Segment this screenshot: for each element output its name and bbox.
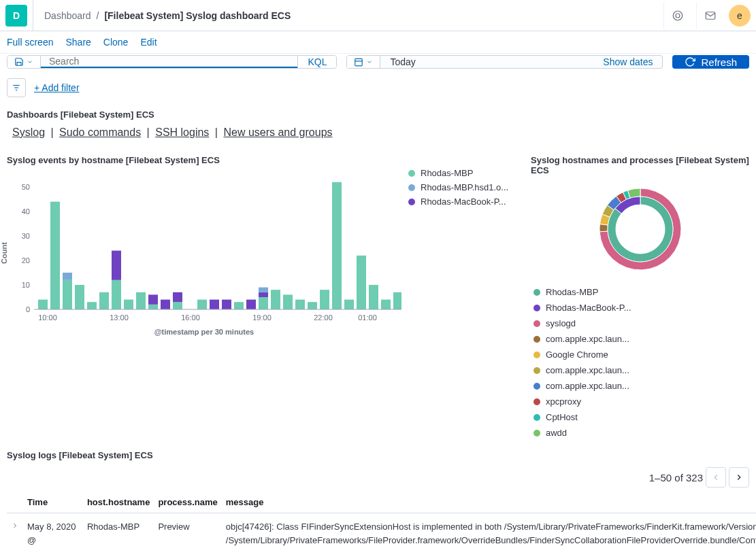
pager-prev-button[interactable] <box>706 467 726 488</box>
svg-rect-14 <box>38 300 48 309</box>
histogram-chart[interactable]: 0102030405010:0013:0016:0019:0022:0001:0… <box>7 168 401 324</box>
avatar[interactable]: e <box>729 5 751 27</box>
add-filter-button[interactable]: + Add filter <box>34 82 80 93</box>
svg-point-0 <box>673 11 683 20</box>
date-picker-button[interactable] <box>347 56 380 68</box>
svg-rect-18 <box>75 285 84 309</box>
svg-rect-32 <box>222 300 231 309</box>
svg-rect-25 <box>148 305 158 309</box>
pager-next-button[interactable] <box>729 467 749 488</box>
nav-syslog[interactable]: Syslog <box>12 126 45 138</box>
svg-rect-21 <box>112 280 121 309</box>
breadcrumb-current: [Filebeat System] Syslog dashboard ECS <box>104 10 291 21</box>
legend-item[interactable]: awdd <box>533 428 636 438</box>
nav-ssh[interactable]: SSH logins <box>155 126 209 138</box>
newsfeed-icon[interactable] <box>663 2 691 29</box>
svg-rect-44 <box>344 300 354 309</box>
svg-rect-45 <box>357 256 366 309</box>
mail-icon[interactable] <box>696 2 723 29</box>
svg-rect-40 <box>295 300 305 309</box>
histogram-title: Syslog events by hostname [Filebeat Syst… <box>7 155 517 165</box>
histogram-ylabel: Count <box>0 242 8 264</box>
nav-sudo[interactable]: Sudo commands <box>59 126 141 138</box>
legend-item[interactable]: Rhodas-MBP.hsd1.o... <box>408 182 508 192</box>
cell-message: objc[47426]: Class FIFinderSyncExtension… <box>222 513 756 547</box>
histogram-xlabel: @timestamp per 30 minutes <box>7 328 401 336</box>
breadcrumb-root[interactable]: Dashboard <box>44 10 91 21</box>
svg-text:19:00: 19:00 <box>252 313 272 322</box>
svg-rect-28 <box>173 302 182 309</box>
svg-rect-48 <box>393 292 401 309</box>
svg-text:01:00: 01:00 <box>358 313 377 322</box>
svg-text:10:00: 10:00 <box>38 313 57 322</box>
chevron-down-icon <box>27 58 33 65</box>
query-bar: KQL Today Show dates Refresh <box>0 55 756 74</box>
saved-queries-button[interactable] <box>7 56 41 68</box>
legend-item[interactable]: Rhodas-MBP <box>408 168 508 178</box>
logs-panel: Syslog logs [Filebeat System] ECS 1–50 o… <box>7 450 749 546</box>
col-time[interactable]: Time <box>23 492 83 513</box>
svg-rect-24 <box>136 292 146 309</box>
svg-text:16:00: 16:00 <box>181 313 200 322</box>
svg-rect-23 <box>124 300 133 309</box>
filter-bar: + Add filter <box>0 74 756 104</box>
svg-rect-30 <box>197 300 207 309</box>
show-dates-link[interactable]: Show dates <box>593 56 662 68</box>
legend-item[interactable]: com.apple.xpc.laun... <box>533 381 636 391</box>
search-input[interactable] <box>41 56 297 68</box>
share-link[interactable]: Share <box>65 37 91 48</box>
col-hostname[interactable]: host.hostname <box>83 492 154 513</box>
svg-rect-2 <box>706 12 715 19</box>
table-row[interactable]: May 8, 2020 @ 23:18:11.000 Rhodas-MBP Pr… <box>7 513 756 547</box>
refresh-button[interactable]: Refresh <box>672 55 749 69</box>
legend-item[interactable]: Google Chrome <box>533 349 636 360</box>
legend-item[interactable]: Rhodas-MacBook-P... <box>408 197 508 207</box>
date-range-label[interactable]: Today <box>380 56 593 68</box>
legend-item[interactable]: Rhodas-MacBook-P... <box>533 303 636 313</box>
legend-item[interactable]: xpcproxy <box>533 396 636 407</box>
legend-item[interactable]: CptHost <box>533 412 636 422</box>
filter-options-button[interactable] <box>7 78 26 97</box>
app-logo[interactable]: D <box>5 5 27 27</box>
svg-text:30: 30 <box>22 232 30 240</box>
svg-rect-39 <box>283 294 293 309</box>
svg-rect-47 <box>381 300 391 309</box>
clone-link[interactable]: Clone <box>103 37 129 48</box>
donut-panel: Syslog hostnames and processes [Filebeat… <box>531 150 749 438</box>
legend-item[interactable]: syslogd <box>533 318 636 328</box>
svg-rect-22 <box>112 251 121 280</box>
svg-rect-27 <box>161 300 170 309</box>
chevron-right-icon <box>734 473 744 482</box>
svg-text:10: 10 <box>22 281 30 289</box>
cell-process: Preview <box>154 513 221 547</box>
legend-item[interactable]: com.apple.xpc.laun... <box>533 365 636 375</box>
dashboard-toolbar: Full screen Share Clone Edit <box>0 31 756 54</box>
svg-rect-26 <box>148 294 158 304</box>
dashboard-nav-links: Syslog | Sudo commands | SSH logins | Ne… <box>12 126 749 139</box>
chevron-down-icon <box>366 58 373 65</box>
donut-chart[interactable] <box>589 178 691 280</box>
svg-text:13:00: 13:00 <box>110 313 129 322</box>
svg-rect-19 <box>87 302 97 309</box>
nav-users[interactable]: New users and groups <box>223 126 332 138</box>
kql-toggle[interactable]: KQL <box>297 56 336 68</box>
full-screen-link[interactable]: Full screen <box>7 37 53 48</box>
svg-text:20: 20 <box>22 256 30 265</box>
app-header: D Dashboard / [Filebeat System] Syslog d… <box>0 0 756 31</box>
donut-legend: Rhodas-MBPRhodas-MacBook-P...syslogdcom.… <box>531 287 749 438</box>
col-process[interactable]: process.name <box>154 492 221 513</box>
cell-time: May 8, 2020 @ 23:18:11.000 <box>23 513 83 547</box>
svg-rect-38 <box>271 290 280 309</box>
donut-title: Syslog hostnames and processes [Filebeat… <box>531 155 749 175</box>
dashboards-heading: Dashboards [Filebeat System] ECS <box>7 109 749 120</box>
edit-link[interactable]: Edit <box>140 37 157 48</box>
pager-text: 1–50 of 323 <box>649 472 703 483</box>
legend-item[interactable]: com.apple.xpc.laun... <box>533 334 636 344</box>
svg-text:50: 50 <box>22 183 30 191</box>
svg-rect-3 <box>355 58 363 66</box>
svg-rect-36 <box>259 292 268 297</box>
svg-text:22:00: 22:00 <box>314 313 333 322</box>
legend-item[interactable]: Rhodas-MBP <box>533 287 636 297</box>
col-message[interactable]: message <box>222 492 756 513</box>
chevron-right-icon[interactable] <box>11 522 19 530</box>
